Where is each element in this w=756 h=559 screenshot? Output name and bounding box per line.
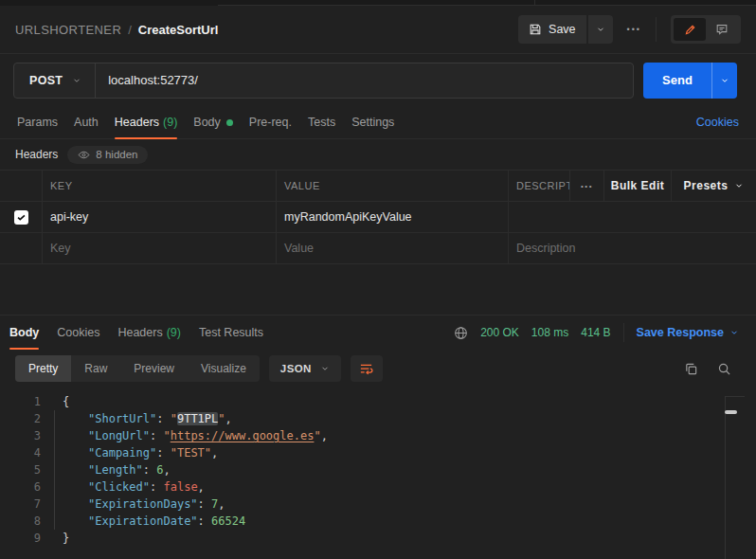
- view-mode-segmented: Pretty Raw Preview Visualize: [15, 355, 260, 382]
- save-response-button[interactable]: Save Response: [637, 326, 739, 339]
- code-line: 1{: [0, 393, 756, 410]
- request-header-bar: URLSHORTENER / CreateSortUrl Save •••: [0, 6, 756, 54]
- presets-dropdown[interactable]: Presets: [671, 171, 756, 201]
- save-icon: [529, 23, 542, 36]
- send-button-group: Send: [643, 63, 737, 99]
- headers-table-header: KEY VALUE DESCRIPTION ••• Bulk Edit Pres…: [0, 171, 756, 202]
- headers-count: (9): [163, 116, 177, 129]
- line-wrap-button[interactable]: [351, 355, 383, 382]
- view-preview[interactable]: Preview: [120, 355, 188, 382]
- meta-divider: [623, 323, 624, 342]
- value-cell[interactable]: myRandomApiKeyValue: [277, 202, 509, 232]
- check-icon: [16, 212, 27, 223]
- row-select-cell: [0, 233, 43, 263]
- body-modified-dot: [226, 119, 233, 126]
- request-url-row: POST localhost:52773/ Send: [0, 54, 756, 106]
- workspace-tab-strip: [0, 0, 756, 6]
- code-line: 6"Clicked": false,: [0, 478, 756, 496]
- more-actions-button[interactable]: •••: [627, 25, 641, 34]
- scrollbar-thumb[interactable]: [725, 410, 737, 414]
- toolbar-right-icons: [684, 362, 741, 376]
- view-visualize[interactable]: Visualize: [188, 355, 260, 382]
- hidden-headers-label: 8 hidden: [96, 149, 137, 160]
- row-checkbox[interactable]: [14, 210, 28, 225]
- response-tab-cookies[interactable]: Cookies: [57, 316, 99, 350]
- key-cell[interactable]: api-key: [43, 202, 277, 232]
- tab-tests[interactable]: Tests: [308, 106, 335, 138]
- panel-spacer: [0, 264, 756, 315]
- line-number: 1: [12, 393, 41, 410]
- headers-panel-header: Headers 8 hidden: [0, 139, 756, 170]
- column-key: KEY: [43, 171, 277, 201]
- tab-headers[interactable]: Headers (9): [115, 106, 178, 138]
- chevron-down-icon: [729, 328, 739, 337]
- value-input-placeholder[interactable]: Value: [277, 233, 509, 263]
- save-button[interactable]: Save: [518, 15, 586, 44]
- send-button[interactable]: Send: [643, 63, 711, 99]
- text-wrap-icon: [359, 362, 373, 376]
- headers-table: KEY VALUE DESCRIPTION ••• Bulk Edit Pres…: [0, 170, 756, 264]
- indent-guide: [54, 410, 55, 530]
- code-line: 8"ExpirationDate": 66524: [0, 513, 756, 530]
- response-tab-headers[interactable]: Headers (9): [117, 316, 181, 350]
- method-selector[interactable]: POST: [14, 74, 72, 87]
- line-number: 4: [12, 444, 41, 461]
- headers-panel-title: Headers: [15, 148, 58, 161]
- table-row-empty: Key Value Description: [0, 233, 756, 264]
- comments-button[interactable]: [706, 18, 738, 41]
- send-options-button[interactable]: [711, 63, 737, 99]
- bulk-edit-button[interactable]: Bulk Edit: [603, 171, 671, 201]
- status-badge[interactable]: 200 OK: [480, 326, 519, 339]
- code-line: 2"ShortUrl": "9TT1PL",: [0, 410, 756, 427]
- scrollbar-track-border: [725, 396, 726, 559]
- save-options-button[interactable]: [586, 15, 613, 44]
- save-button-group: Save: [518, 15, 613, 44]
- table-row: api-key myRandomApiKeyValue: [0, 202, 756, 233]
- response-headers-count: (9): [167, 326, 181, 339]
- method-chevron-icon[interactable]: [72, 76, 81, 85]
- chevron-down-icon: [320, 364, 330, 373]
- breadcrumb-request-name[interactable]: CreateSortUrl: [138, 23, 219, 37]
- tab-auth[interactable]: Auth: [74, 106, 99, 138]
- code-line: 7"ExpirationDays": 7,: [0, 496, 756, 513]
- search-icon[interactable]: [717, 362, 731, 376]
- table-more-button[interactable]: •••: [569, 171, 603, 201]
- description-input-placeholder[interactable]: Description: [509, 233, 756, 263]
- code-line: 5"Length": 6,: [0, 461, 756, 478]
- code-line: 4"Campaing": "TEST",: [0, 444, 756, 461]
- view-raw[interactable]: Raw: [71, 355, 120, 382]
- header-right-controls: DESCRIPTION ••• Bulk Edit Presets: [509, 171, 756, 201]
- response-tab-body[interactable]: Body: [9, 316, 39, 350]
- save-button-label: Save: [549, 23, 576, 36]
- line-number: 8: [12, 513, 41, 530]
- view-pretty[interactable]: Pretty: [15, 355, 71, 382]
- code-line: 3"LongUrl": "https://www.google.es",: [0, 427, 756, 444]
- response-section: Body Cookies Headers (9) Test Results 20…: [0, 315, 756, 559]
- tab-settings[interactable]: Settings: [351, 106, 394, 138]
- eye-icon: [78, 149, 90, 161]
- tab-pre-request[interactable]: Pre-req.: [249, 106, 292, 138]
- comment-icon: [715, 23, 729, 36]
- response-time[interactable]: 108 ms: [531, 326, 568, 339]
- key-input-placeholder[interactable]: Key: [43, 233, 277, 263]
- column-description: DESCRIPTION: [509, 171, 569, 201]
- description-cell[interactable]: [509, 202, 756, 232]
- cookies-link[interactable]: Cookies: [696, 116, 739, 129]
- tab-body[interactable]: Body: [193, 106, 233, 138]
- edit-mode-button[interactable]: [674, 18, 706, 41]
- tab-params[interactable]: Params: [17, 106, 58, 138]
- format-dropdown[interactable]: JSON: [269, 355, 341, 382]
- breadcrumb-collection[interactable]: URLSHORTENER: [15, 23, 121, 37]
- pencil-icon: [684, 24, 696, 36]
- response-tab-test-results[interactable]: Test Results: [199, 316, 263, 350]
- response-body-viewer: 1{2"ShortUrl": "9TT1PL",3"LongUrl": "htt…: [0, 388, 756, 559]
- globe-icon[interactable]: [454, 326, 468, 340]
- hidden-headers-toggle[interactable]: 8 hidden: [67, 146, 148, 164]
- copy-icon[interactable]: [684, 362, 698, 376]
- response-size[interactable]: 414 B: [581, 326, 610, 339]
- line-number: 7: [12, 496, 41, 513]
- url-input[interactable]: localhost:52773/: [96, 73, 633, 87]
- line-number: 6: [12, 478, 41, 496]
- response-tabs: Body Cookies Headers (9) Test Results 20…: [0, 316, 756, 350]
- line-number: 9: [12, 530, 41, 547]
